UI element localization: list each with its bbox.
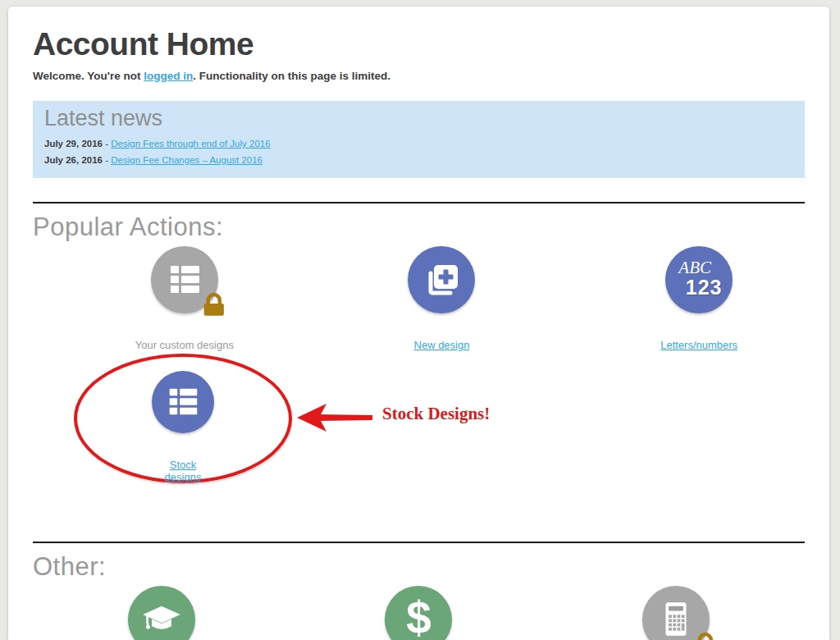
divider: [33, 202, 805, 203]
stock-designs-button[interactable]: [152, 371, 214, 433]
pricing-examples-button[interactable]: $: [385, 586, 452, 640]
divider: [33, 542, 805, 543]
calculate-price-button[interactable]: [642, 586, 710, 640]
news-link[interactable]: Design Fees through end of July 2016: [111, 139, 270, 149]
news-item: July 29, 2016 - Design Fees through end …: [44, 139, 793, 149]
action-new-design: New design: [313, 246, 571, 352]
action-stock-designs: Stock designs: [152, 371, 214, 484]
popular-actions-row: Your custom designs New design ABC: [56, 246, 828, 352]
action-label: Your custom designs: [135, 339, 234, 351]
news-separator: -: [105, 155, 108, 165]
new-design-icon: [421, 259, 462, 300]
stock-designs-link[interactable]: Stock designs: [152, 459, 214, 483]
news-item: July 26, 2016 - Design Fee Changes – Aug…: [44, 155, 793, 165]
welcome-text-post: . Functionality on this page is limited.: [193, 70, 390, 82]
graduation-cap-icon: [140, 598, 183, 640]
action-letters-numbers: ABC 123 Letters/numbers: [570, 246, 828, 352]
red-arrow-icon: [297, 401, 372, 434]
news-date: July 26, 2016: [44, 155, 103, 165]
news-date: July 29, 2016: [44, 139, 103, 149]
letters-numbers-icon: ABC 123: [676, 259, 723, 298]
action-calculate-price: Calculate Price: [547, 586, 805, 640]
calculator-icon: [655, 599, 696, 640]
latest-news-heading: Latest news: [44, 106, 793, 131]
popular-actions-heading: Popular Actions:: [33, 213, 805, 242]
letters-numbers-link[interactable]: Letters/numbers: [660, 339, 737, 351]
table-list-icon: [164, 259, 205, 300]
new-design-button[interactable]: [408, 246, 475, 313]
dollar-icon: $: [406, 596, 431, 640]
page-title: Account Home: [33, 7, 805, 62]
welcome-message: Welcome. You're not logged in. Functiona…: [33, 70, 805, 82]
action-your-custom-designs: Your custom designs: [56, 246, 313, 352]
123-text: 123: [686, 277, 723, 298]
abc-text: ABC: [668, 259, 723, 277]
action-learn: Learn: [33, 586, 290, 640]
annotation-text: Stock Designs!: [382, 404, 490, 424]
action-pricing-examples: $ Pricing examples: [290, 586, 548, 640]
lock-icon: [692, 631, 719, 640]
latest-news-panel: Latest news July 29, 2016 - Design Fees …: [33, 101, 805, 178]
account-home-page: Account Home Welcome. You're not logged …: [8, 7, 829, 640]
welcome-text-pre: Welcome. You're not: [33, 70, 144, 82]
news-separator: -: [105, 139, 108, 149]
logged-in-link[interactable]: logged in: [144, 70, 193, 82]
news-link[interactable]: Design Fee Changes – August 2016: [111, 155, 262, 165]
your-custom-designs-button[interactable]: [151, 246, 218, 313]
learn-button[interactable]: [128, 586, 195, 640]
other-actions-row: Learn $ Pricing examples: [33, 586, 805, 640]
new-design-link[interactable]: New design: [414, 339, 470, 351]
letters-numbers-button[interactable]: ABC 123: [665, 246, 733, 313]
stock-designs-annotated-area: Stock designs Stock Designs!: [33, 354, 805, 518]
lock-icon: [200, 291, 227, 317]
other-heading: Other:: [33, 552, 805, 582]
table-list-icon: [163, 382, 203, 422]
